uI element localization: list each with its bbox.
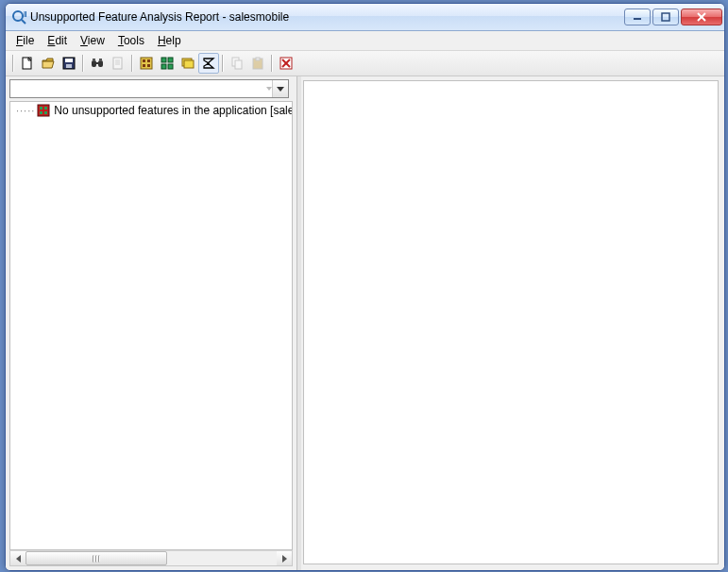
menubar: File Edit View Tools Help [6, 31, 724, 51]
horizontal-scrollbar[interactable] [9, 550, 293, 566]
tree-item-label: No unsupported features in the applicati… [54, 104, 293, 117]
svg-rect-5 [662, 13, 669, 21]
svg-rect-12 [66, 64, 72, 68]
sigma-icon [201, 56, 216, 71]
menu-tools[interactable]: Tools [111, 33, 151, 48]
svg-rect-30 [168, 64, 173, 69]
module-icon [37, 104, 50, 117]
scroll-left-button[interactable] [10, 551, 25, 565]
svg-rect-18 [113, 58, 122, 69]
open-folder-icon [41, 56, 56, 71]
menu-tools-rest: ools [124, 34, 144, 47]
svg-rect-27 [161, 58, 166, 62]
binoculars-icon [90, 56, 105, 71]
app-icon [11, 9, 26, 25]
splitter[interactable] [297, 76, 301, 570]
toolbar-separator [271, 55, 273, 72]
menu-view[interactable]: View [74, 33, 111, 48]
filter-combo-text [10, 80, 264, 97]
open-button[interactable] [38, 53, 59, 74]
toolbar-separator [82, 55, 84, 72]
new-button[interactable] [17, 53, 38, 74]
svg-rect-22 [141, 58, 152, 69]
menu-help[interactable]: Help [151, 33, 188, 48]
tiles-icon [160, 56, 175, 71]
toolbar-separator [222, 55, 224, 72]
svg-rect-43 [40, 111, 42, 114]
filter-combo-button[interactable] [272, 80, 288, 97]
svg-rect-11 [65, 59, 73, 62]
svg-rect-41 [40, 107, 42, 109]
svg-rect-25 [143, 64, 145, 67]
detail-pane [303, 80, 719, 564]
svg-rect-34 [235, 60, 242, 69]
stack-button[interactable] [178, 53, 198, 74]
svg-rect-15 [95, 62, 99, 64]
scroll-track[interactable] [25, 551, 277, 565]
scroll-right-button[interactable] [277, 551, 292, 565]
toolbar [6, 51, 724, 76]
svg-rect-44 [44, 111, 47, 114]
paste-icon [250, 56, 265, 71]
svg-rect-40 [38, 105, 49, 116]
menu-edit-rest: dit [55, 34, 67, 47]
menu-help-rest: elp [166, 34, 181, 47]
chevron-right-icon [282, 555, 287, 563]
chevron-down-icon [277, 87, 284, 92]
minimize-button[interactable] [624, 8, 651, 25]
svg-rect-26 [147, 64, 150, 67]
categories-button[interactable] [136, 53, 157, 74]
delete-button[interactable] [276, 53, 296, 74]
tree-item[interactable]: ····· No unsupported features in the app… [10, 102, 292, 119]
close-button[interactable] [681, 8, 722, 25]
toolbar-separator [12, 55, 14, 72]
menu-file-rest: ile [23, 34, 34, 47]
app-window: Unsupported Feature Analysis Report - sa… [5, 3, 725, 571]
svg-rect-17 [99, 59, 102, 61]
page-button [108, 53, 128, 74]
left-pane: ····· No unsupported features in the app… [6, 76, 297, 570]
body: ····· No unsupported features in the app… [6, 76, 724, 570]
save-button[interactable] [59, 53, 79, 74]
svg-rect-28 [168, 58, 173, 62]
svg-point-0 [13, 11, 23, 21]
copy-button [227, 53, 247, 74]
svg-rect-29 [161, 64, 166, 69]
delete-x-icon [279, 56, 294, 71]
filter-combo[interactable] [9, 79, 289, 98]
new-icon [20, 56, 35, 71]
maximize-button[interactable] [652, 8, 679, 25]
svg-rect-24 [147, 59, 150, 62]
menu-view-rest: iew [88, 34, 105, 47]
titlebar: Unsupported Feature Analysis Report - sa… [6, 4, 724, 31]
feature-tree[interactable]: ····· No unsupported features in the app… [9, 101, 293, 550]
svg-line-1 [22, 20, 25, 24]
menu-file[interactable]: File [9, 33, 41, 48]
category-icon [139, 56, 154, 71]
svg-rect-16 [93, 59, 95, 61]
page-icon [110, 56, 126, 71]
sigma-button[interactable] [198, 53, 219, 74]
scroll-thumb[interactable] [25, 551, 167, 565]
find-button[interactable] [87, 53, 108, 74]
window-title: Unsupported Feature Analysis Report - sa… [30, 10, 624, 24]
stack-icon [180, 56, 195, 71]
chevron-left-icon [16, 555, 21, 563]
copy-icon [229, 56, 245, 71]
filter-row [6, 76, 296, 101]
toolbar-separator [131, 55, 133, 72]
svg-rect-42 [44, 107, 47, 109]
window-buttons [624, 8, 722, 25]
menu-edit[interactable]: Edit [41, 33, 74, 48]
svg-rect-32 [184, 60, 194, 68]
save-icon [61, 56, 76, 71]
tiles-button[interactable] [157, 53, 178, 74]
svg-rect-23 [143, 59, 145, 62]
svg-rect-36 [256, 58, 260, 60]
paste-button [247, 53, 268, 74]
tree-connector-icon: ····· [16, 105, 35, 116]
